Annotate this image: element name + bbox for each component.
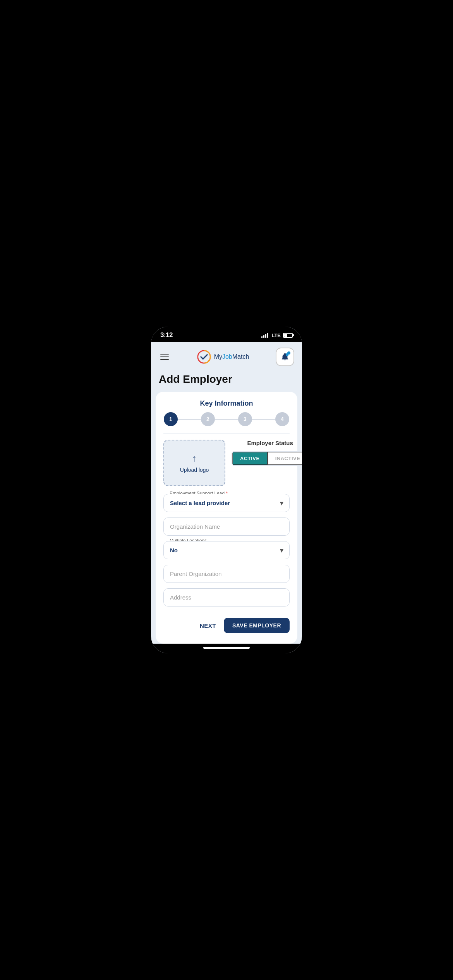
header: MyJobMatch: [151, 342, 302, 370]
next-button[interactable]: NEXT: [200, 622, 216, 629]
logo: MyJobMatch: [197, 350, 249, 364]
logo-job: Job: [222, 353, 232, 360]
parent-organization-input[interactable]: [163, 565, 290, 583]
employer-status-label: Employer Status: [232, 440, 302, 446]
hamburger-line-2: [160, 356, 169, 357]
notification-button[interactable]: [276, 348, 294, 366]
multiple-locations-select-wrapper: No Yes ▾: [163, 541, 290, 559]
lead-provider-select[interactable]: Select a lead provider: [163, 494, 290, 512]
card-header: Key Information 1 2 3 4: [163, 399, 290, 426]
divider: [163, 433, 290, 433]
step-4: 4: [275, 412, 289, 426]
status-bar: 3:12 LTE: [151, 327, 302, 342]
step-line-1-2: [178, 419, 201, 420]
step-1: 1: [164, 412, 178, 426]
upload-logo-area[interactable]: ↑ Upload logo: [163, 440, 225, 486]
lte-label: LTE: [271, 332, 281, 338]
status-time: 3:12: [160, 331, 173, 339]
multiple-locations-select[interactable]: No Yes: [163, 541, 290, 559]
parent-organization-group: [163, 565, 290, 583]
footer-actions: NEXT SAVE EMPLOYER: [156, 612, 297, 639]
inactive-status-button[interactable]: INACTIVE: [268, 452, 302, 465]
page-title: Add Employer: [159, 373, 232, 385]
phone-frame: 3:12 LTE: [151, 327, 302, 653]
employment-support-lead-group: Employment Support Lead * Select a lead …: [163, 494, 290, 512]
step-2: 2: [201, 412, 215, 426]
menu-button[interactable]: [159, 352, 170, 362]
logo-icon: [197, 350, 211, 364]
multiple-locations-group: Multiple Locations No Yes ▾: [163, 541, 290, 559]
app-content: MyJobMatch Add Employer Key Information: [151, 342, 302, 644]
status-icons: LTE: [261, 332, 293, 338]
organization-name-group: [163, 517, 290, 536]
upload-label: Upload logo: [180, 467, 209, 473]
card-title: Key Information: [200, 399, 253, 407]
home-indicator: [151, 644, 302, 653]
home-bar: [203, 647, 250, 649]
lead-provider-select-wrapper: Select a lead provider ▾: [163, 494, 290, 512]
logo-match: Match: [232, 353, 249, 360]
upload-icon: ↑: [192, 453, 197, 464]
step-line-2-3: [215, 419, 238, 420]
organization-name-input[interactable]: [163, 517, 290, 536]
address-input[interactable]: [163, 588, 290, 607]
status-toggle: ACTIVE INACTIVE: [232, 451, 302, 466]
form-card: Key Information 1 2 3 4 ↑ Upload logo: [156, 392, 297, 644]
address-group: [163, 588, 290, 607]
step-line-3-4: [252, 419, 275, 420]
status-section: Employer Status ACTIVE INACTIVE: [232, 440, 302, 466]
save-employer-button[interactable]: SAVE EMPLOYER: [224, 618, 290, 633]
hamburger-line-1: [160, 354, 169, 355]
upload-status-row: ↑ Upload logo Employer Status ACTIVE INA…: [163, 440, 290, 486]
logo-my: My: [214, 353, 222, 360]
notification-badge: [287, 351, 290, 355]
page-title-section: Add Employer: [151, 370, 302, 392]
step-3: 3: [238, 412, 252, 426]
step-indicators: 1 2 3 4: [163, 412, 290, 426]
battery-icon: [283, 333, 293, 338]
hamburger-line-3: [160, 359, 169, 360]
active-status-button[interactable]: ACTIVE: [232, 452, 268, 465]
signal-bars-icon: [261, 333, 268, 338]
logo-text: MyJobMatch: [214, 353, 249, 360]
